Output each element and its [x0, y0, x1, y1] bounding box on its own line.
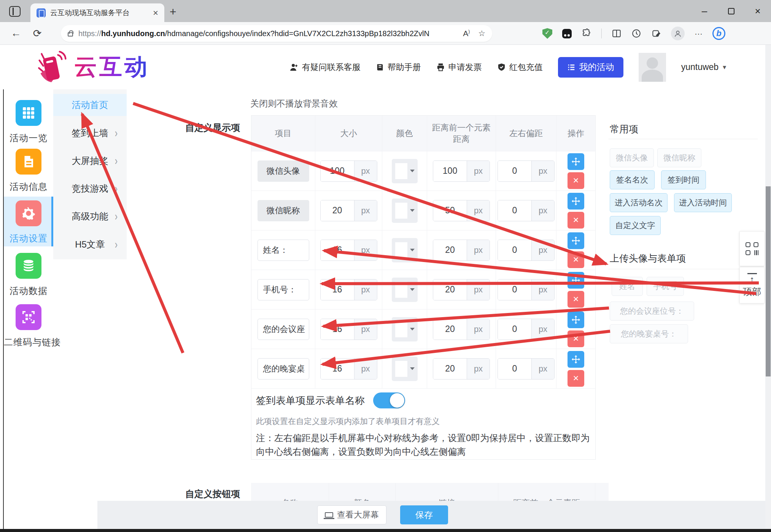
delete-button[interactable]: × [568, 291, 584, 308]
item-chip[interactable]: 微信头像 [258, 160, 309, 182]
item-chip[interactable]: 姓名： [258, 240, 309, 261]
save-button[interactable]: 保存 [400, 505, 448, 524]
address-bar[interactable]: https://hd.yunhudong.cn/hdmanage/configs… [61, 25, 492, 42]
app-logo[interactable]: 云互动 [36, 49, 149, 84]
move-button[interactable] [568, 351, 584, 368]
tab-close-icon[interactable]: × [153, 8, 158, 18]
sidebar-item-activity-settings[interactable]: 活动设置 [4, 200, 53, 245]
nav-contact-support[interactable]: 有疑问联系客服 [289, 62, 361, 73]
back-button[interactable]: ← [5, 27, 27, 39]
size-input[interactable]: 20px [320, 200, 377, 221]
size-input[interactable]: 100px [320, 160, 377, 182]
copilot-icon[interactable]: b [712, 27, 725, 40]
view-big-screen-button[interactable]: 查看大屏幕 [317, 505, 386, 524]
delete-button[interactable]: × [568, 330, 584, 347]
split-screen-icon[interactable] [612, 29, 622, 38]
chip-enter-time[interactable]: 进入活动时间 [674, 193, 732, 212]
browser-tab[interactable]: 云互动现场互动服务平台 × [30, 3, 164, 22]
submenu-item-screen-lottery[interactable]: 大屏抽奖 › [53, 150, 127, 172]
submenu-item-home[interactable]: 活动首页 [53, 94, 127, 116]
sidebar-item-activity-info[interactable]: 活动信息 [4, 149, 53, 193]
move-button[interactable] [568, 193, 584, 210]
distance-input[interactable]: 100px [433, 160, 490, 182]
user-avatar[interactable] [639, 53, 666, 82]
back-to-top-button[interactable]: ↑ 顶部 [739, 267, 765, 303]
web-capture-icon[interactable] [651, 29, 661, 38]
move-button[interactable] [568, 232, 584, 249]
adblock-shield-icon[interactable]: 1 [542, 28, 552, 39]
item-chip[interactable]: 您的会议座 [258, 319, 309, 340]
color-select[interactable] [392, 159, 418, 183]
maximize-button[interactable] [718, 0, 744, 22]
offset-input[interactable]: 0px [498, 279, 555, 300]
submenu-item-checkin-wall[interactable]: 签到上墙 › [53, 122, 127, 144]
delete-button[interactable]: × [568, 251, 584, 268]
scrollbar-thumb[interactable] [766, 186, 771, 376]
refresh-button[interactable]: ⟳ [27, 27, 48, 40]
nav-help-manual[interactable]: 帮助手册 [376, 62, 421, 73]
item-chip[interactable]: 微信昵称 [258, 200, 309, 221]
offset-input[interactable]: 0px [498, 200, 555, 221]
sidebar-item-qrcode-links[interactable]: 二维码与链接 [4, 304, 53, 348]
table-row-cell [382, 270, 427, 310]
color-select[interactable] [392, 317, 418, 341]
move-button[interactable] [568, 272, 584, 289]
delete-button[interactable]: × [568, 370, 584, 387]
item-chip[interactable]: 手机号： [258, 279, 309, 300]
url-text[interactable]: https://hd.yunhudong.cn/hdmanage/configs… [78, 29, 455, 38]
chip-enter-rank[interactable]: 进入活动名次 [610, 193, 668, 212]
sidebar-item-activity-overview[interactable]: 活动一览 [4, 100, 53, 144]
minimize-button[interactable]: – [691, 0, 718, 22]
history-icon[interactable] [631, 29, 641, 38]
maximize-icon [728, 8, 734, 14]
layout-widget-button[interactable] [739, 231, 765, 266]
delete-button[interactable]: × [568, 172, 584, 189]
submenu-item-competitive-games[interactable]: 竞技游戏 › [53, 178, 127, 200]
color-select[interactable] [392, 199, 418, 223]
profile-button[interactable] [671, 27, 685, 40]
move-button[interactable] [568, 153, 584, 170]
item-chip[interactable]: 您的晚宴桌 [258, 358, 309, 380]
offset-input[interactable]: 0px [498, 160, 555, 182]
offset-input[interactable]: 0px [498, 240, 555, 261]
favorite-star-icon[interactable]: ☆ [478, 29, 485, 38]
col-header-offset: 左右偏距 [496, 116, 556, 151]
nav-request-invoice[interactable]: 申请发票 [436, 62, 482, 73]
size-input[interactable]: 16px [320, 240, 377, 261]
nav-redpacket-recharge[interactable]: 红包充值 [497, 62, 543, 73]
close-window-button[interactable]: × [744, 0, 771, 22]
settings-more-icon[interactable]: ··· [695, 29, 703, 38]
color-select[interactable] [392, 278, 418, 302]
submenu-item-h5-article[interactable]: H5文章 › [53, 233, 127, 256]
my-activities-button[interactable]: 我的活动 [558, 57, 623, 78]
page-scrollbar[interactable] [765, 45, 771, 532]
new-tab-button[interactable]: + [170, 5, 176, 18]
read-aloud-icon[interactable]: A) [463, 29, 470, 38]
chip-sign-rank[interactable]: 签名名次 [610, 170, 655, 189]
form-name-toggle[interactable] [373, 392, 405, 408]
color-swatch [395, 203, 407, 219]
distance-input[interactable]: 50px [433, 200, 490, 221]
sidebar-item-activity-data[interactable]: 活动数据 [4, 253, 53, 297]
chip-custom-text[interactable]: 自定义文字 [610, 216, 661, 235]
tab-actions-icon[interactable] [9, 6, 21, 17]
distance-input[interactable]: 20px [433, 319, 490, 340]
col-header-color: 颜色 [382, 116, 427, 151]
distance-input[interactable]: 20px [433, 240, 490, 261]
move-button[interactable] [568, 311, 584, 328]
color-select[interactable] [392, 238, 418, 262]
size-input[interactable]: 16px [320, 319, 377, 340]
size-input[interactable]: 16px [320, 358, 377, 380]
offset-input[interactable]: 0px [498, 319, 555, 340]
extension-icon[interactable] [562, 29, 572, 38]
extensions-puzzle-icon[interactable] [582, 29, 591, 38]
username-menu[interactable]: yuntuweb ▼ [681, 62, 727, 72]
delete-button[interactable]: × [568, 212, 584, 229]
offset-input[interactable]: 0px [498, 358, 555, 380]
distance-input[interactable]: 20px [433, 279, 490, 300]
color-select[interactable] [392, 357, 418, 381]
size-input[interactable]: 16px [320, 279, 377, 300]
distance-input[interactable]: 20px [433, 358, 490, 380]
submenu-item-advanced[interactable]: 高级功能 › [53, 205, 127, 227]
chip-checkin-time[interactable]: 签到时间 [661, 170, 706, 189]
